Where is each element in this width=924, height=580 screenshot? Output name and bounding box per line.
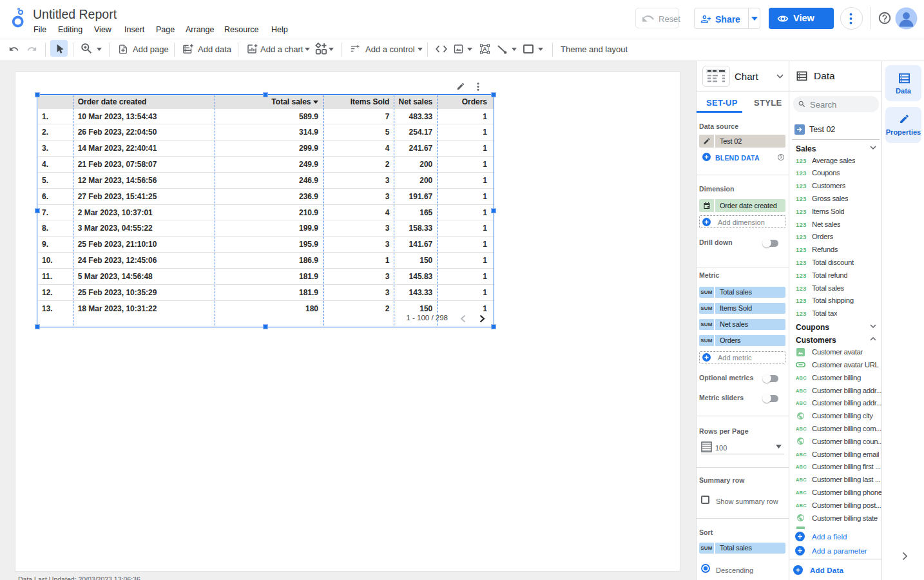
svg-text:A: A [483,46,487,52]
